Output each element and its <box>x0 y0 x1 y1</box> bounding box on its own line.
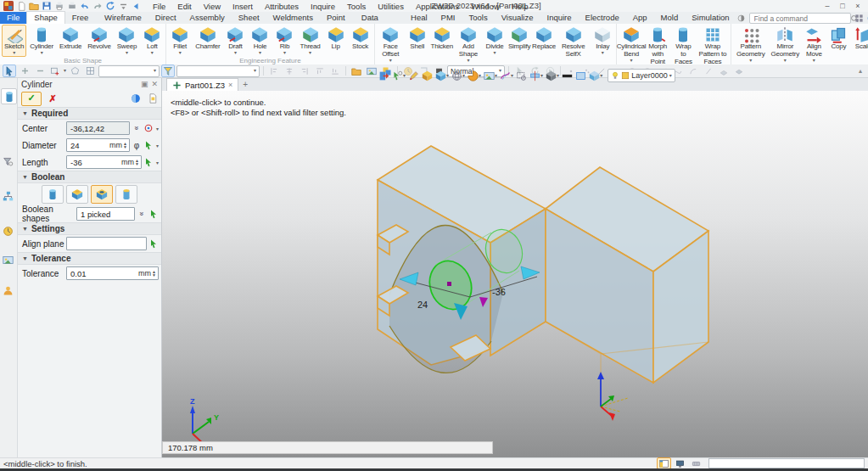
ribbon-button-inlay[interactable]: Inlay▾ <box>591 25 614 57</box>
cancel-button[interactable]: ✗ <box>45 93 60 105</box>
panel-close-icon[interactable]: ✕ <box>151 80 158 88</box>
dropdown-caret-icon[interactable]: ▾ <box>479 74 481 78</box>
ribbon-button-sketch[interactable]: Sketch▾ <box>2 25 26 57</box>
background-image-icon[interactable] <box>484 70 495 81</box>
ribbon-tab-sheet-metal[interactable]: Sheet Metal <box>232 12 266 24</box>
render-cube-icon[interactable] <box>546 70 557 81</box>
ribbon-button-simplify[interactable]: Simplify <box>507 25 531 53</box>
ribbon-button-draft[interactable]: Draft▾ <box>223 25 247 57</box>
ribbon-tab-wireframe[interactable]: Wireframe <box>98 12 148 24</box>
boolean-shapes-input[interactable] <box>76 207 135 221</box>
ribbon-button-divide[interactable]: Divide▾ <box>483 25 507 57</box>
remove-pick-icon[interactable] <box>33 64 47 77</box>
dropdown-caret-icon[interactable]: ▾ <box>154 69 156 73</box>
sketch-pencil-icon[interactable] <box>408 70 419 81</box>
dropdown-caret-icon[interactable]: ▾ <box>540 74 543 78</box>
redo-icon[interactable] <box>92 1 103 11</box>
ribbon-button-loft[interactable]: Loft▾ <box>140 25 164 57</box>
ribbon-tab-simulation[interactable]: Simulation <box>685 12 736 24</box>
ribbon-button-face-offset[interactable]: Face Offset▾ <box>377 25 405 64</box>
ribbon-tab-point-cloud[interactable]: Point Cloud <box>320 12 355 24</box>
dropdown-caret-icon[interactable]: ▾ <box>403 74 406 78</box>
ribbon-button-resolve-selfx[interactable]: Resolve SelfX <box>557 25 590 60</box>
new-tab-button[interactable]: + <box>238 79 252 91</box>
info-icon[interactable] <box>131 93 141 104</box>
history-icon[interactable] <box>1 224 15 238</box>
apps-grid-icon[interactable] <box>854 14 864 23</box>
ribbon-button-scale[interactable]: Scale <box>851 25 868 53</box>
ribbon-tab-electrode[interactable]: Electrode <box>579 12 626 24</box>
display-toggle-icon[interactable] <box>673 457 687 469</box>
ribbon-tab-heal[interactable]: Heal <box>404 12 434 24</box>
dropdown-caret-icon[interactable]: ▾ <box>179 51 182 55</box>
folder-icon[interactable] <box>350 64 363 77</box>
dropdown-caret-icon[interactable]: ▾ <box>813 59 815 63</box>
ribbon-button-replace[interactable]: Replace <box>532 25 556 53</box>
pick-green-icon[interactable] <box>148 208 159 220</box>
dropdown-caret-icon[interactable]: ▾ <box>600 74 602 78</box>
toolbar-collapse-icon[interactable]: ▴ <box>859 67 865 75</box>
ribbon-button-wrap-pattern-to-faces[interactable]: Wrap Pattern to Faces <box>696 25 729 67</box>
ribbon-tab-free-form[interactable]: Free Form <box>65 12 98 24</box>
dropdown-caret-icon[interactable]: ▾ <box>151 51 154 55</box>
undo-icon[interactable] <box>80 1 90 11</box>
memory-bar-icon[interactable] <box>689 457 703 469</box>
dropdown-caret-icon[interactable]: ▾ <box>234 51 237 55</box>
ribbon-button-copy[interactable]: Copy <box>826 25 850 53</box>
section-pie-icon[interactable] <box>468 70 479 81</box>
ribbon-tab-pmi[interactable]: PMI <box>434 12 462 24</box>
wireframe-sphere-icon[interactable] <box>451 70 462 81</box>
diameter-value[interactable] <box>69 140 109 151</box>
ribbon-button-rib[interactable]: Rib▾ <box>272 25 296 57</box>
dropdown-caret-icon[interactable]: ▾ <box>41 51 43 55</box>
dropdown-caret-icon[interactable]: ▾ <box>669 74 672 78</box>
curvature-icon[interactable] <box>500 70 511 81</box>
open-file-icon[interactable] <box>29 1 39 11</box>
section-tolerance[interactable]: ▼ Tolerance <box>18 252 161 265</box>
ribbon-button-align-move[interactable]: Align Move▾ <box>802 25 826 64</box>
ribbon-tab-tools[interactable]: Tools <box>462 12 494 24</box>
section-required[interactable]: ▼ Required <box>18 107 161 120</box>
menu-attributes[interactable]: Attributes <box>260 2 304 11</box>
point-picker-icon[interactable] <box>143 122 154 134</box>
expand-chevron-icon[interactable]: » <box>137 211 146 216</box>
ribbon-button-lip[interactable]: Lip <box>324 25 348 53</box>
point-picker-caret-icon[interactable]: ▾ <box>156 126 159 132</box>
center-value[interactable] <box>69 123 127 134</box>
dropdown-caret-icon[interactable]: ▾ <box>467 59 469 63</box>
menu-view[interactable]: View <box>199 2 226 11</box>
polygon-pick-icon[interactable] <box>68 64 81 77</box>
ribbon-button-thread[interactable]: Thread▾ <box>297 25 322 57</box>
dropdown-caret-icon[interactable]: ▾ <box>309 51 311 55</box>
graphics-canvas[interactable]: <middle-click> to continue. <F8> or <Shi… <box>162 91 868 457</box>
menu-utilities[interactable]: Utilities <box>372 2 409 11</box>
ribbon-tab-assembly[interactable]: Assembly <box>183 12 232 24</box>
dropdown-caret-icon[interactable]: ▾ <box>495 74 497 78</box>
ribbon-button-hole[interactable]: Hole▾ <box>248 25 272 57</box>
3d-scene[interactable]: 24 -36 <box>162 91 868 457</box>
ribbon-button-shell[interactable]: Shell <box>406 25 429 53</box>
layer-selector[interactable]: Layer0000▾ <box>608 69 675 82</box>
assembly-tree-icon[interactable] <box>1 189 15 204</box>
length-value[interactable] <box>69 157 120 168</box>
pin-icon[interactable]: ▣ <box>141 80 148 88</box>
ribbon-button-fillet[interactable]: Fillet▾ <box>168 25 192 57</box>
menu-file[interactable]: File <box>148 2 171 11</box>
ribbon-tab-inquire[interactable]: Inquire <box>540 12 579 24</box>
ribbon-button-cylinder[interactable]: Cylinder▾ <box>27 25 56 57</box>
close-button[interactable]: × <box>851 2 865 11</box>
add-pick-icon[interactable] <box>18 64 31 77</box>
clip-plane-icon[interactable] <box>529 70 540 81</box>
dropdown-caret-icon[interactable]: ▾ <box>494 51 496 55</box>
dropdown-caret-icon[interactable]: ▾ <box>389 59 392 63</box>
phi-icon[interactable]: φ <box>132 139 142 151</box>
section-boolean[interactable]: ▼ Boolean <box>18 171 161 183</box>
section-settings[interactable]: ▼ Settings <box>18 222 161 235</box>
role-icon[interactable] <box>1 283 15 298</box>
dropdown-caret-icon[interactable]: ▾ <box>126 51 128 55</box>
pick-region-icon[interactable] <box>48 64 62 77</box>
ribbon-button-thicken[interactable]: Thicken <box>430 25 454 53</box>
collapse-icon[interactable] <box>131 1 141 11</box>
restore-button[interactable]: □ <box>836 2 849 11</box>
regen-icon[interactable] <box>105 1 115 11</box>
